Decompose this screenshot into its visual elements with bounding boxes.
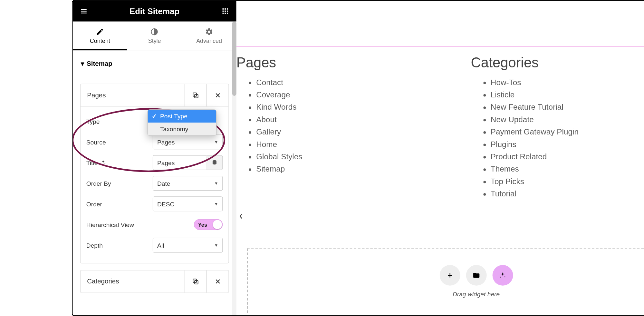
list-item[interactable]: New Feature Tutorial: [490, 101, 644, 114]
field-title: Title Pages: [86, 152, 223, 173]
list-item[interactable]: Tutorial: [490, 188, 644, 200]
field-type-label: Type: [86, 118, 152, 125]
title-input[interactable]: Pages: [152, 155, 206, 170]
toggle-knob: [213, 220, 222, 229]
field-title-label-text: Title: [86, 159, 98, 166]
ai-button[interactable]: [492, 265, 513, 285]
field-order: Order DESC▼: [86, 193, 223, 214]
hierarchical-toggle-label: Yes: [194, 222, 207, 228]
remove-button[interactable]: [206, 270, 228, 292]
add-widget-button[interactable]: [439, 265, 460, 285]
source-select-value: Pages: [157, 138, 174, 145]
list-item[interactable]: Top Picks: [490, 175, 644, 188]
list-item[interactable]: Coverage: [256, 89, 471, 101]
order-select[interactable]: DESC▼: [152, 196, 223, 211]
hierarchical-toggle[interactable]: Yes: [194, 219, 223, 230]
caret-down-icon: ▾: [81, 59, 84, 67]
list-item[interactable]: Themes: [490, 163, 644, 175]
sitemap-categories-heading: Categories: [471, 54, 644, 71]
svg-rect-9: [222, 13, 224, 14]
panel-title: Edit Sitemap: [130, 6, 179, 16]
dynamic-tags-button[interactable]: [206, 155, 223, 170]
sitemap-categories-list: How-Tos Listicle New Feature Tutorial Ne…: [471, 76, 644, 200]
list-item[interactable]: How-Tos: [490, 76, 644, 89]
order-by-select[interactable]: Date▼: [152, 176, 223, 191]
app-frame: Edit Sitemap Content Style Advanced ▾ Si…: [72, 0, 644, 316]
field-order-by-label: Order By: [86, 180, 152, 187]
list-item[interactable]: Payment Gateway Plugin: [490, 126, 644, 138]
svg-rect-8: [226, 11, 228, 12]
list-item[interactable]: Gallery: [256, 126, 471, 138]
repeater-item-pages-body: Type ▼ Post Type Taxonomy Source: [80, 106, 228, 263]
repeater-item-pages-head[interactable]: Pages: [80, 84, 228, 106]
order-by-select-value: Date: [157, 180, 170, 187]
apps-grid-icon[interactable]: [221, 7, 229, 15]
list-item[interactable]: About: [256, 114, 471, 126]
type-option-post-type[interactable]: Post Type: [148, 110, 216, 123]
preview-canvas: Pages Contact Coverage Kind Words About …: [236, 1, 644, 315]
list-item[interactable]: Global Styles: [256, 151, 471, 163]
field-depth: Depth All▼: [86, 235, 223, 255]
tab-content[interactable]: Content: [72, 22, 127, 50]
list-item[interactable]: Contact: [256, 76, 471, 89]
svg-rect-5: [226, 8, 228, 10]
sitemap-pages-list: Contact Coverage Kind Words About Galler…: [236, 76, 471, 175]
depth-select[interactable]: All▼: [152, 238, 223, 252]
section-heading-label: Sitemap: [87, 60, 112, 67]
chevron-left-icon: [239, 213, 243, 219]
sitemap-column-categories: Categories How-Tos Listicle New Feature …: [471, 54, 644, 200]
tab-style[interactable]: Style: [127, 22, 181, 50]
collapse-panel-handle[interactable]: [236, 200, 245, 233]
sitemap-column-pages: Pages Contact Coverage Kind Words About …: [236, 54, 471, 200]
drop-zone[interactable]: Drag widget here: [247, 249, 644, 313]
repeater-item-categories-head[interactable]: Categories: [80, 270, 228, 292]
field-hierarchical-label: Hierarchical View: [86, 221, 152, 228]
folder-icon: [472, 272, 480, 279]
panel-tabs: Content Style Advanced: [72, 22, 236, 51]
type-option-taxonomy[interactable]: Taxonomy: [148, 123, 216, 135]
type-dropdown: Post Type Taxonomy: [147, 109, 216, 136]
drop-zone-text: Drag widget here: [452, 290, 499, 297]
source-select[interactable]: Pages▼: [152, 134, 223, 149]
svg-rect-11: [226, 13, 228, 14]
section-heading[interactable]: ▾ Sitemap: [72, 50, 236, 72]
chevron-down-icon: ▼: [214, 243, 218, 247]
template-library-button[interactable]: [466, 265, 486, 285]
sparkle-icon: [499, 272, 506, 279]
tab-advanced[interactable]: Advanced: [182, 22, 236, 50]
chevron-down-icon: ▼: [214, 202, 218, 206]
svg-rect-4: [225, 8, 226, 10]
svg-rect-10: [225, 13, 226, 14]
field-order-by: Order By Date▼: [86, 173, 223, 193]
sitemap-widget[interactable]: Pages Contact Coverage Kind Words About …: [236, 50, 644, 200]
field-hierarchical: Hierarchical View Yes: [86, 214, 223, 235]
plus-icon: [446, 272, 453, 279]
svg-rect-3: [222, 8, 224, 10]
list-item[interactable]: Product Related: [490, 151, 644, 163]
title-input-value: Pages: [157, 159, 174, 166]
hamburger-icon[interactable]: [80, 7, 87, 15]
repeater-item-pages: Pages Type ▼: [80, 84, 229, 263]
field-source-label: Source: [86, 138, 152, 145]
chevron-down-icon: ▼: [214, 140, 218, 144]
remove-button[interactable]: [206, 84, 228, 106]
panel-body: Pages Type ▼: [72, 72, 236, 301]
duplicate-button[interactable]: [184, 270, 206, 292]
drop-zone-buttons: [439, 265, 513, 285]
list-item[interactable]: Sitemap: [256, 163, 471, 175]
field-type: Type ▼ Post Type Taxonomy: [86, 111, 223, 132]
sparkle-icon: [100, 160, 106, 165]
sidebar-scrollbar[interactable]: [232, 22, 236, 315]
sidebar-topbar: Edit Sitemap: [72, 1, 236, 22]
tab-style-label: Style: [148, 37, 161, 44]
list-item[interactable]: Home: [256, 138, 471, 151]
editor-sidebar: Edit Sitemap Content Style Advanced ▾ Si…: [72, 1, 236, 315]
list-item[interactable]: Listicle: [490, 89, 644, 101]
field-order-label: Order: [86, 200, 152, 207]
duplicate-button[interactable]: [184, 84, 206, 106]
list-item[interactable]: New Update: [490, 114, 644, 126]
list-item[interactable]: Plugins: [490, 138, 644, 151]
tab-advanced-label: Advanced: [196, 37, 222, 44]
list-item[interactable]: Kind Words: [256, 101, 471, 114]
field-depth-label: Depth: [86, 242, 152, 249]
